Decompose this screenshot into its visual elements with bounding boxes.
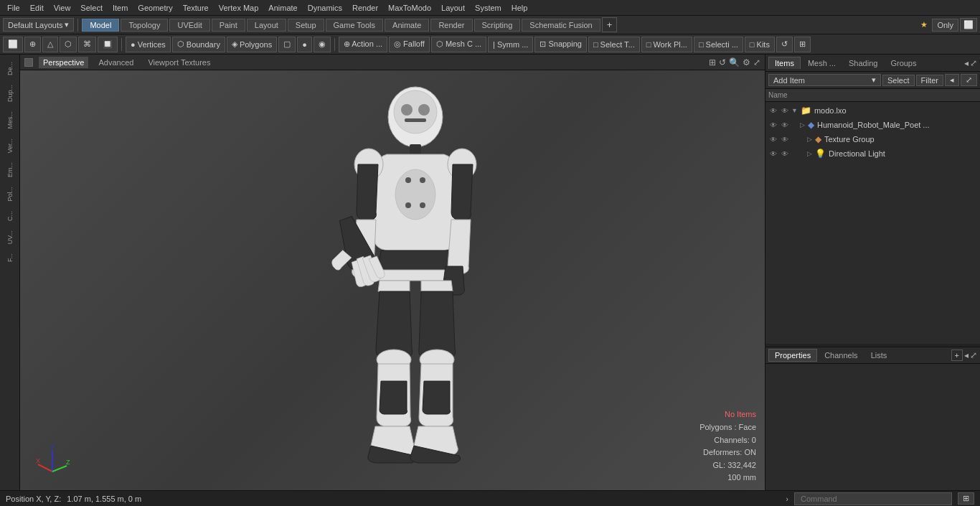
items-expand-btn[interactable]: ◂ (945, 74, 959, 86)
mode-btn-3[interactable]: △ (42, 37, 58, 52)
right-panel-expand[interactable]: ⤢ (970, 58, 977, 68)
polygons-button[interactable]: ◈ Polygons (227, 37, 277, 52)
viewport-refresh-button[interactable]: ↺ (719, 57, 726, 67)
tab-model[interactable]: Model (82, 19, 119, 32)
workplane-button[interactable]: □ Work Pl... (641, 37, 692, 52)
mesh-button[interactable]: ⬡ Mesh C ... (431, 37, 486, 52)
sidebar-item-ver[interactable]: Ver... (5, 134, 15, 158)
mode-btn-5[interactable]: ⌘ (78, 37, 96, 52)
symmetry-button[interactable]: | Symm ... (488, 37, 533, 52)
command-input[interactable] (794, 492, 952, 505)
tab-animate[interactable]: Animate (385, 19, 429, 32)
only-button[interactable]: Only (932, 19, 958, 32)
viewport-settings-button[interactable]: ⚙ (743, 57, 750, 67)
menu-geometry[interactable]: Geometry (133, 2, 176, 14)
select-button[interactable]: Select (882, 75, 915, 86)
eye2-icon-modo[interactable]: 👁 (780, 106, 790, 116)
right-tab-mesh[interactable]: Mesh ... (802, 57, 842, 69)
sidebar-item-mes[interactable]: Mes... (5, 107, 15, 133)
tab-schematicfusion[interactable]: Schematic Fusion (522, 19, 600, 32)
mode-btn-4[interactable]: ⬡ (60, 37, 77, 52)
viewport-fit-button[interactable]: ⊞ (709, 57, 716, 67)
menu-vertexmap[interactable]: Vertex Map (215, 2, 263, 14)
vertices-button[interactable]: ● Vertices (126, 37, 171, 52)
right-tab-shading[interactable]: Shading (843, 57, 883, 69)
menu-help[interactable]: Help (507, 2, 532, 14)
falloff-button[interactable]: ◎ Falloff (389, 37, 430, 52)
eye-icon-light[interactable]: 👁 (768, 149, 778, 159)
tab-layout[interactable]: Layout (247, 19, 286, 32)
menu-item[interactable]: Item (108, 2, 132, 14)
right-tab-groups[interactable]: Groups (885, 57, 922, 69)
eye-icon-modo[interactable]: 👁 (768, 106, 778, 116)
tab-gametools[interactable]: Game Tools (326, 19, 384, 32)
items-list[interactable]: 👁 👁 ▼ 📁 modo.lxo 👁 👁 ▷ ◆ Humanoid_Robot_… (765, 102, 980, 344)
menu-dynamics[interactable]: Dynamics (303, 2, 347, 14)
viewport-collapse[interactable] (24, 58, 33, 67)
add-tab-button[interactable]: + (602, 17, 618, 32)
viewport-search-button[interactable]: 🔍 (729, 57, 740, 67)
prop-tab-channels[interactable]: Channels (819, 350, 863, 361)
tab-uvedit[interactable]: UVEdit (169, 19, 209, 32)
mode-btn-6[interactable]: 🔲 (98, 37, 118, 52)
filter-button[interactable]: Filter (916, 75, 943, 86)
viewport-tab-perspective[interactable]: Perspective (39, 57, 88, 68)
eye2-icon-humanoid[interactable]: 👁 (780, 120, 790, 130)
sidebar-item-dup[interactable]: Dup... (5, 80, 15, 106)
viewport-tab-advanced[interactable]: Advanced (94, 57, 138, 68)
maximize-button[interactable]: ⬜ (960, 18, 977, 32)
tab-render[interactable]: Render (430, 19, 472, 32)
ring-btn[interactable]: ◉ (314, 37, 331, 52)
mode-btn-2[interactable]: ⊕ (24, 37, 41, 52)
eye-icon-humanoid[interactable]: 👁 (768, 120, 778, 130)
right-panel-collapse[interactable]: ◂ (964, 58, 969, 68)
item-row-modo-lxo[interactable]: 👁 👁 ▼ 📁 modo.lxo (765, 103, 980, 118)
mode-btn-1[interactable]: ⬜ (3, 37, 23, 52)
right-tab-items[interactable]: Items (768, 57, 801, 69)
eye2-icon-texture[interactable]: 👁 (780, 134, 790, 144)
prop-expand-button[interactable]: ⤢ (970, 350, 977, 361)
eye-icon-texture[interactable]: 👁 (768, 134, 778, 144)
menu-file[interactable]: File (3, 2, 24, 14)
tab-paint[interactable]: Paint (212, 19, 245, 32)
item-row-humanoid[interactable]: 👁 👁 ▷ ◆ Humanoid_Robot_Male_Poet ... (765, 118, 980, 132)
eye2-icon-light[interactable]: 👁 (780, 149, 790, 159)
sidebar-item-de[interactable]: De... (5, 57, 15, 80)
command-execute-button[interactable]: ⊞ (958, 492, 974, 505)
snapping-button[interactable]: ⊡ Snapping (534, 37, 587, 52)
menu-view[interactable]: View (50, 2, 75, 14)
viewport-maximize-button[interactable]: ⤢ (753, 57, 760, 67)
add-item-dropdown[interactable]: Add Item ▾ (768, 74, 881, 86)
menu-texture[interactable]: Texture (179, 2, 213, 14)
sidebar-item-pol[interactable]: Pol... (5, 182, 15, 206)
sidebar-item-em[interactable]: Em... (5, 158, 15, 182)
item-row-texture[interactable]: 👁 👁 ▷ ◆ Texture Group (765, 132, 980, 146)
items-collapse-btn[interactable]: ⤢ (961, 74, 977, 86)
tab-topology[interactable]: Topology (121, 19, 168, 32)
selection-button[interactable]: □ Selecti ... (694, 37, 743, 52)
selectt-button[interactable]: □ Select T... (588, 37, 640, 52)
boundary-button[interactable]: ⬡ Boundary (172, 37, 225, 52)
sidebar-item-f[interactable]: F... (5, 249, 15, 266)
grid-button[interactable]: ⊞ (794, 37, 811, 52)
prop-add-button[interactable]: + (951, 350, 963, 361)
action-button[interactable]: ⊕ Action ... (339, 37, 387, 52)
menu-system[interactable]: System (471, 2, 506, 14)
menu-render[interactable]: Render (348, 2, 382, 14)
prop-tab-properties[interactable]: Properties (768, 349, 817, 362)
viewport-canvas[interactable]: No Items Polygons : Face Channels: 0 Def… (20, 70, 765, 490)
prop-collapse-button[interactable]: ◂ (964, 350, 969, 361)
prop-tab-lists[interactable]: Lists (865, 350, 893, 361)
shape-btn[interactable]: ▢ (278, 37, 296, 52)
rotate-view-button[interactable]: ↺ (776, 37, 793, 52)
menu-edit[interactable]: Edit (26, 2, 48, 14)
menu-animate[interactable]: Animate (264, 2, 301, 14)
sidebar-item-c[interactable]: C... (5, 207, 15, 225)
sidebar-item-uv[interactable]: UV... (5, 226, 15, 248)
item-row-light[interactable]: 👁 👁 ▷ 💡 Directional Light (765, 146, 980, 161)
tab-scripting[interactable]: Scripting (474, 19, 521, 32)
dot-btn[interactable]: ● (297, 37, 312, 52)
viewport-tab-textures[interactable]: Viewport Textures (143, 57, 215, 68)
tab-setup[interactable]: Setup (288, 19, 324, 32)
kits-button[interactable]: □ Kits (745, 37, 775, 52)
